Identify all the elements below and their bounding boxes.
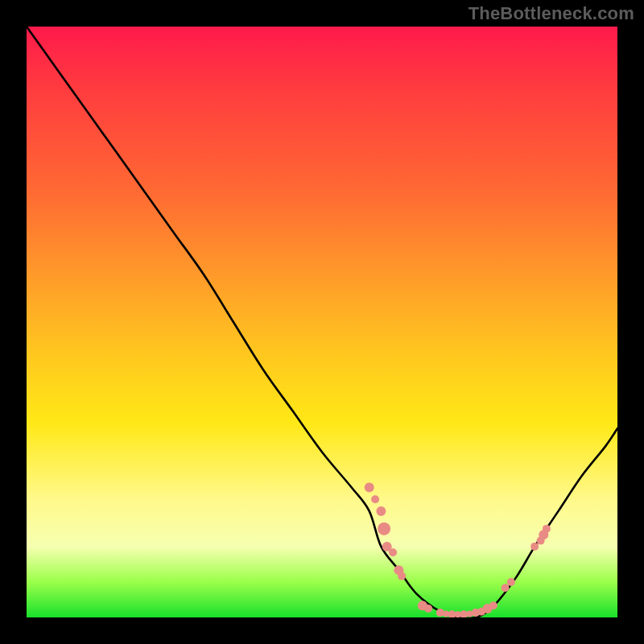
curve-marker — [460, 610, 468, 617]
curve-markers — [365, 483, 551, 618]
curve-marker — [371, 495, 379, 503]
curve-marker — [394, 565, 403, 575]
curve-marker — [467, 611, 473, 617]
curve-marker — [530, 543, 539, 551]
curve-marker — [365, 483, 374, 493]
plot-area — [27, 27, 617, 617]
curve-marker — [443, 611, 449, 617]
curve-marker — [543, 525, 551, 533]
watermark-text: TheBottleneck.com — [469, 3, 634, 24]
curve-marker — [477, 608, 485, 616]
curve-marker — [537, 537, 545, 545]
curve-marker — [389, 548, 397, 556]
curve-marker — [376, 506, 386, 516]
curve-marker — [418, 601, 427, 610]
curve-marker — [436, 609, 444, 617]
bottleneck-curve-svg — [27, 27, 617, 617]
curve-marker — [489, 601, 497, 609]
curve-marker — [502, 584, 510, 592]
chart-container: TheBottleneck.com — [0, 0, 644, 644]
curve-marker — [455, 611, 461, 617]
curve-marker — [483, 604, 493, 613]
curve-marker — [378, 522, 390, 535]
curve-marker — [539, 530, 548, 539]
curve-marker — [507, 578, 515, 586]
bottleneck-curve-path — [27, 27, 617, 617]
curve-marker — [424, 605, 432, 613]
curve-marker — [398, 572, 406, 580]
curve-marker — [472, 609, 480, 617]
curve-marker — [448, 610, 456, 617]
curve-marker — [382, 542, 392, 551]
